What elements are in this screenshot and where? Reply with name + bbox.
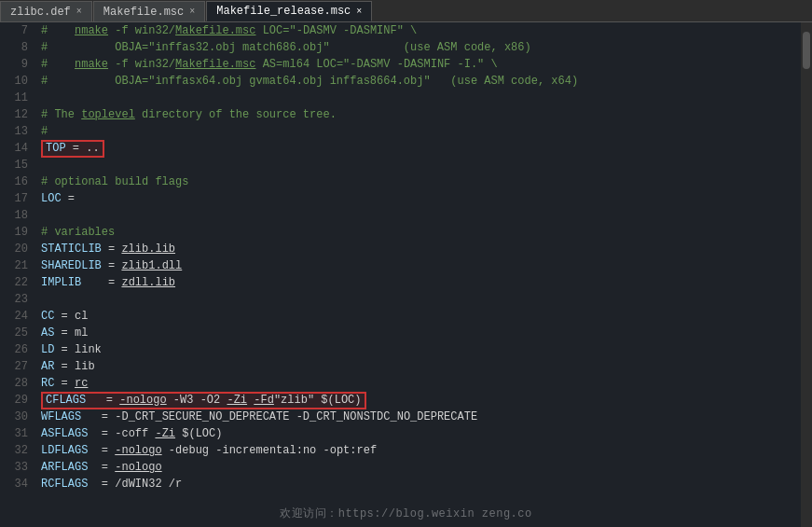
- code-line-28: RC = rc: [41, 375, 812, 392]
- line-num-13: 13: [0, 123, 28, 140]
- code-line-22: IMPLIB = zdll.lib: [41, 274, 812, 291]
- tab-zlibc[interactable]: zlibc.def ×: [0, 1, 92, 21]
- code-line-21: SHAREDLIB = zlib1.dll: [41, 257, 812, 274]
- cflags-box: CFLAGS = -nologo -W3 -O2 -Zi -Fd"zlib" $…: [41, 392, 366, 409]
- line-num-20: 20: [0, 241, 28, 257]
- code-line-17: LOC =: [41, 190, 812, 207]
- tab-zlibc-label: zlibc.def: [10, 6, 71, 19]
- code-line-13: #: [41, 123, 812, 140]
- line-num-8: 8: [0, 39, 28, 56]
- line-num-30: 30: [0, 409, 28, 425]
- tab-makefile-release-label: Makefile_release.msc: [216, 5, 351, 18]
- line-num-24: 24: [0, 308, 28, 325]
- line-num-25: 25: [0, 325, 28, 341]
- line-num-34: 34: [0, 476, 28, 492]
- line-num-26: 26: [0, 341, 28, 358]
- line-num-9: 9: [0, 56, 28, 73]
- tab-makefile-close[interactable]: ×: [189, 7, 195, 17]
- code-line-27: AR = lib: [41, 358, 812, 375]
- line-num-23: 23: [0, 291, 28, 308]
- code-line-8: # OBJA="inffas32.obj match686.obj" (use …: [41, 39, 812, 56]
- line-num-12: 12: [0, 106, 28, 123]
- line-num-11: 11: [0, 90, 28, 106]
- code-line-15: [41, 157, 812, 173]
- line-num-17: 17: [0, 190, 28, 207]
- code-line-9: # nmake -f win32/Makefile.msc AS=ml64 LO…: [41, 56, 812, 73]
- editor-area: 7 8 9 10 11 12 13 14 15 16 17 18 19 20 2…: [0, 22, 812, 527]
- line-num-15: 15: [0, 157, 28, 173]
- line-num-16: 16: [0, 173, 28, 190]
- code-line-18: [41, 207, 812, 224]
- line-num-7: 7: [0, 22, 28, 39]
- line-num-31: 31: [0, 425, 28, 442]
- line-num-33: 33: [0, 459, 28, 476]
- tab-zlibc-close[interactable]: ×: [76, 7, 82, 17]
- code-line-34: RCFLAGS = /dWIN32 /r: [41, 476, 812, 492]
- line-num-19: 19: [0, 224, 28, 241]
- tab-makefile-release-close[interactable]: ×: [356, 7, 362, 17]
- code-line-7: # nmake -f win32/Makefile.msc LOC="-DASM…: [41, 22, 812, 39]
- line-num-10: 10: [0, 73, 28, 90]
- code-line-16: # optional build flags: [41, 173, 812, 190]
- scrollbar-thumb[interactable]: [803, 32, 810, 69]
- code-line-31: ASFLAGS = -coff -Zi $(LOC): [41, 425, 812, 442]
- tab-makefile[interactable]: Makefile.msc ×: [93, 1, 205, 21]
- line-num-18: 18: [0, 207, 28, 224]
- scrollbar-vertical[interactable]: [801, 22, 812, 527]
- code-line-11: [41, 90, 812, 106]
- top-assignment-box: TOP = ..: [41, 140, 104, 158]
- code-line-29: CFLAGS = -nologo -W3 -O2 -Zi -Fd"zlib" $…: [41, 392, 812, 409]
- code-line-10: # OBJA="inffasx64.obj gvmat64.obj inffas…: [41, 73, 812, 90]
- code-line-20: STATICLIB = zlib.lib: [41, 241, 812, 257]
- line-num-27: 27: [0, 358, 28, 375]
- code-line-30: WFLAGS = -D_CRT_SECURE_NO_DEPRECATE -D_C…: [41, 409, 812, 425]
- tab-makefile-label: Makefile.msc: [103, 6, 184, 19]
- line-num-32: 32: [0, 442, 28, 459]
- line-num-28: 28: [0, 375, 28, 392]
- line-numbers: 7 8 9 10 11 12 13 14 15 16 17 18 19 20 2…: [0, 22, 35, 527]
- code-line-24: CC = cl: [41, 308, 812, 325]
- code-line-23: [41, 291, 812, 308]
- line-num-14: 14: [0, 140, 28, 157]
- code-line-19: # variables: [41, 224, 812, 241]
- tab-bar: zlibc.def × Makefile.msc × Makefile_rele…: [0, 0, 812, 22]
- code-line-32: LDFLAGS = -nologo -debug -incremental:no…: [41, 442, 812, 459]
- code-line-26: LD = link: [41, 341, 812, 358]
- line-num-29: 29: [0, 392, 28, 409]
- tab-makefile-release[interactable]: Makefile_release.msc ×: [206, 1, 372, 21]
- code-line-33: ARFLAGS = -nologo: [41, 459, 812, 476]
- code-content[interactable]: # nmake -f win32/Makefile.msc LOC="-DASM…: [35, 22, 812, 527]
- code-line-25: AS = ml: [41, 325, 812, 341]
- code-line-14: TOP = ..: [41, 140, 812, 157]
- line-num-22: 22: [0, 274, 28, 291]
- code-line-12: # The toplevel directory of the source t…: [41, 106, 812, 123]
- line-num-21: 21: [0, 257, 28, 274]
